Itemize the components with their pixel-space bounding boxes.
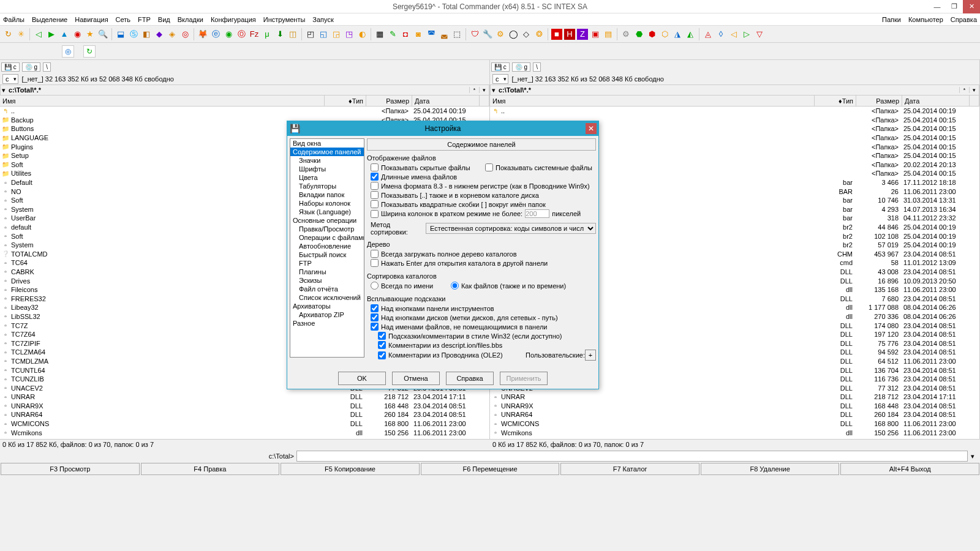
tree-item[interactable]: Список исключений xyxy=(290,293,364,302)
file-row[interactable]: ▫UNRAR9XDLL168 44823.04.2014 08:51 xyxy=(0,402,489,411)
fn-button[interactable]: F3 Просмотр xyxy=(1,463,140,475)
fn-button[interactable]: F6 Перемещение xyxy=(421,463,560,475)
menu-item[interactable]: Вкладки xyxy=(178,16,203,23)
file-header[interactable]: Имя ♦Тип Размер Дата xyxy=(490,96,979,107)
tooltip4-checkbox[interactable] xyxy=(378,332,386,340)
tool-icon[interactable]: ⬓ xyxy=(115,29,126,40)
tool-icon[interactable]: ▣ xyxy=(590,29,601,40)
torrent-icon[interactable]: μ xyxy=(262,29,273,40)
tool-icon[interactable]: ⬚ xyxy=(451,29,462,40)
tree-item[interactable]: Архиватор ZIP xyxy=(290,310,364,319)
tool-icon[interactable]: ▷ xyxy=(741,29,752,40)
tool-icon[interactable]: ▤ xyxy=(603,29,614,40)
tool-icon[interactable]: ⬇ xyxy=(274,29,285,40)
tree-item[interactable]: FTP xyxy=(290,259,364,268)
favorites-button[interactable]: ▾ xyxy=(969,87,979,93)
tool-icon[interactable]: Z xyxy=(577,29,588,40)
tree-enter-checkbox[interactable] xyxy=(371,259,379,267)
sort-asfiles-radio[interactable] xyxy=(451,282,459,290)
menu-item[interactable]: Инструменты xyxy=(263,16,306,23)
favorites-button[interactable]: ▾ xyxy=(479,87,489,93)
refresh-icon[interactable]: ↻ xyxy=(2,29,13,40)
file-row[interactable]: ▫Wcmikonsdll150 25611.06.2011 23:00 xyxy=(490,428,979,437)
play-icon[interactable]: ▶ xyxy=(46,29,57,40)
drive-tab[interactable]: \ xyxy=(43,62,51,72)
show-system-checkbox[interactable] xyxy=(485,163,493,171)
file-row[interactable]: ▫UNRAR64DLL260 18423.04.2014 08:51 xyxy=(0,410,489,419)
tool-icon[interactable]: ◁ xyxy=(728,29,739,40)
history-button[interactable]: * xyxy=(959,87,969,93)
file-row[interactable]: ▫UNRAR64DLL260 18423.04.2014 08:51 xyxy=(490,410,979,419)
minimize-button[interactable]: — xyxy=(929,0,946,13)
tool-icon[interactable]: ◇ xyxy=(521,29,532,40)
tree-item[interactable]: Язык (Language) xyxy=(290,208,364,216)
tool-icon[interactable]: ◧ xyxy=(141,29,152,40)
sort-byname-radio[interactable] xyxy=(371,282,379,290)
tool-icon[interactable]: ◚ xyxy=(426,29,437,40)
tree-item[interactable]: Операции с файлами xyxy=(290,233,364,242)
tool-icon[interactable]: ⬢ xyxy=(646,29,657,40)
file-row[interactable]: ↰..<Папка>25.04.2014 00:19 xyxy=(0,107,489,116)
file-row[interactable]: ▫UNRARDLL218 71223.04.2014 17:11 xyxy=(0,392,489,402)
file-row[interactable]: ▫WCMICONSDLL168 80011.06.2011 23:00 xyxy=(0,419,489,429)
tooltip6-checkbox[interactable] xyxy=(378,351,386,359)
stop-icon[interactable]: ◉ xyxy=(72,29,83,40)
sun-icon[interactable]: ✳ xyxy=(15,29,26,40)
menu-item[interactable]: Компьютер xyxy=(908,16,943,23)
gear-icon[interactable]: ⚙ xyxy=(620,29,631,40)
tooltip2-checkbox[interactable] xyxy=(371,313,379,321)
tooltip3-checkbox[interactable] xyxy=(371,323,379,331)
tool-icon[interactable]: ◛ xyxy=(439,29,450,40)
tree-item[interactable]: Эскизы xyxy=(290,276,364,285)
brackets-checkbox[interactable] xyxy=(371,200,379,208)
menu-item[interactable]: FTP xyxy=(138,16,151,23)
file-row[interactable]: ↰..<Папка>25.04.2014 00:19 xyxy=(490,107,979,116)
menu-item[interactable]: Вид xyxy=(158,16,170,23)
tooltip5-checkbox[interactable] xyxy=(378,341,386,349)
menu-item[interactable]: Справка xyxy=(951,16,977,23)
cancel-button[interactable]: Отмена xyxy=(392,372,440,385)
dialog-close-button[interactable]: ✕ xyxy=(586,123,597,134)
tool-icon[interactable]: ✎ xyxy=(387,29,398,40)
menu-item[interactable]: Папки xyxy=(882,16,901,23)
ok-button[interactable]: OK xyxy=(338,372,386,385)
tool-icon[interactable]: ▽ xyxy=(754,29,765,40)
tool-icon[interactable]: ⬡ xyxy=(659,29,670,40)
firefox-icon[interactable]: 🦊 xyxy=(197,29,208,40)
tool-icon[interactable]: 🔧 xyxy=(482,29,493,40)
drive-icon[interactable]: ◎ xyxy=(62,45,74,58)
save-icon[interactable]: 💾 xyxy=(290,124,300,133)
custom-plus-button[interactable]: + xyxy=(585,350,596,361)
drive-tab[interactable]: 💿 g xyxy=(22,62,40,72)
menu-item[interactable]: Конфигурация xyxy=(211,16,256,23)
tree-item[interactable]: Содержимое панелей xyxy=(290,148,364,156)
tool-icon[interactable]: ◘ xyxy=(400,29,411,40)
show-hidden-checkbox[interactable] xyxy=(371,163,379,171)
star-icon[interactable]: ★ xyxy=(85,29,96,40)
tree-item[interactable]: Вид окна xyxy=(290,139,364,148)
tooltip1-checkbox[interactable] xyxy=(371,304,379,312)
drive-tab[interactable]: 💾 c xyxy=(491,62,510,72)
cmdline-input[interactable] xyxy=(296,451,968,462)
tree-item[interactable]: Основные операции xyxy=(290,216,364,225)
tool-icon[interactable]: ■ xyxy=(551,29,562,40)
file-header[interactable]: Имя ♦Тип Размер Дата xyxy=(0,96,489,107)
tree-item[interactable]: Файл отчёта xyxy=(290,285,364,293)
filezilla-icon[interactable]: Fz xyxy=(249,29,260,40)
maximize-button[interactable]: ❐ xyxy=(946,0,963,13)
history-button[interactable]: * xyxy=(469,87,479,93)
menu-item[interactable]: Файлы xyxy=(3,16,24,23)
tree-item[interactable]: Табуляторы xyxy=(290,182,364,190)
apply-button[interactable]: Применить xyxy=(500,372,548,385)
tree-item[interactable]: Быстрый поиск xyxy=(290,250,364,259)
tool-icon[interactable]: ◐ xyxy=(356,29,368,40)
drive-combo[interactable]: c xyxy=(492,74,508,84)
menu-item[interactable]: Выделение xyxy=(32,16,67,23)
tool-icon[interactable]: ❂ xyxy=(533,29,545,40)
help-button[interactable]: Справка xyxy=(446,372,494,385)
tool-icon[interactable]: ◙ xyxy=(413,29,424,40)
path-text[interactable]: c:\Total\*.* xyxy=(497,86,959,94)
file-row[interactable]: ▫UNRARDLL218 71223.04.2014 17:11 xyxy=(490,392,979,402)
tree-full-checkbox[interactable] xyxy=(371,250,379,258)
tree-item[interactable]: Шрифты xyxy=(290,165,364,173)
